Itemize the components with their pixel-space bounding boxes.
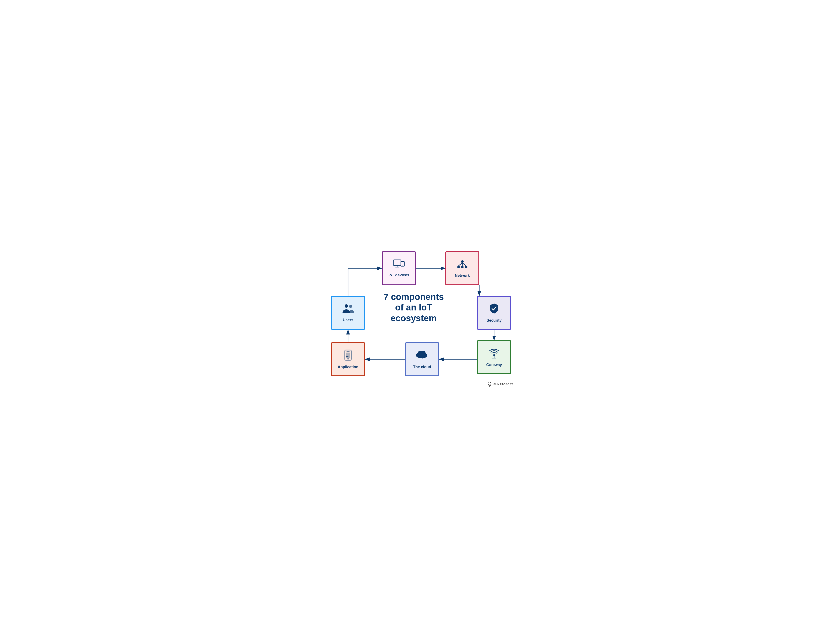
svg-rect-10 [401,262,404,266]
svg-point-30 [345,304,348,308]
cloud-icon [416,350,428,363]
gateway-icon [489,347,500,361]
node-network: Network [445,251,479,285]
svg-point-14 [465,266,467,268]
node-users: Users [331,296,365,330]
node-iot: IoT devices [382,251,416,285]
users-label: Users [343,318,353,322]
logo-area: SUMATOSOFT [487,382,513,387]
cloud-label: The cloud [413,365,431,369]
svg-point-19 [493,354,495,356]
application-label: Application [338,365,358,369]
security-icon [489,303,499,316]
node-cloud: The cloud [405,342,439,376]
application-icon [344,350,352,363]
center-text: 7 componentsof an IoT ecosystem [371,292,456,323]
iot-icon [393,259,405,271]
users-icon [342,303,354,316]
logo-text: SUMATOSOFT [493,383,513,386]
gateway-label: Gateway [486,363,502,367]
node-gateway: Gateway [477,340,511,374]
svg-rect-7 [393,260,401,265]
main-title: 7 componentsof an IoT ecosystem [371,292,456,323]
svg-point-12 [461,260,464,263]
diagram-container: IoT devices Network [325,245,515,389]
svg-point-31 [349,305,352,308]
iot-label: IoT devices [388,273,409,278]
node-security: Security [477,296,511,330]
sumatosoft-logo-icon [487,382,492,387]
network-label: Network [455,273,470,278]
security-label: Security [486,318,502,323]
network-icon [457,259,468,271]
svg-point-25 [347,358,349,360]
svg-point-13 [457,266,460,268]
svg-point-18 [461,266,464,268]
svg-line-16 [462,263,466,266]
node-application: Application [331,342,365,376]
svg-line-15 [458,263,462,266]
